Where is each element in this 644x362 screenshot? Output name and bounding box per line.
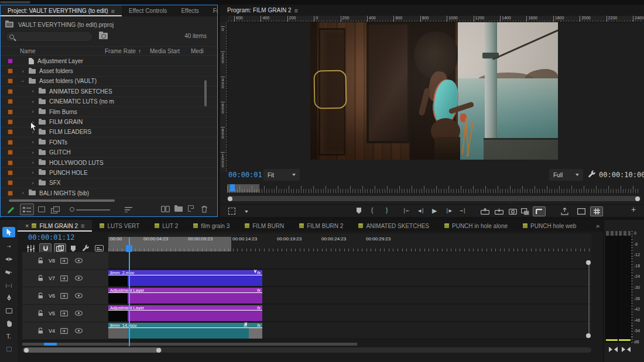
new-item-icon[interactable] [188,205,194,212]
scrollbar-knob[interactable] [586,333,591,338]
tree-chevron-icon[interactable]: › [30,170,35,175]
label-color-swatch[interactable] [8,99,13,104]
chevron-down-icon[interactable] [245,211,248,213]
track-output-eye-icon[interactable] [75,311,83,316]
tree-chevron-icon[interactable]: › [30,139,35,145]
timeline-ruler[interactable]: :00:0000:00:04:2300:00:09:2300:00:14:230… [108,234,591,251]
track-header-v6[interactable]: V6 [22,287,108,304]
fx-badge[interactable]: fx [257,323,261,328]
project-row-hollywood-luts[interactable]: ›HOLLYWOOD LUTS [1,158,217,168]
sequence-tab-punch-in-hole-alone[interactable]: PUNCH in hole alone [437,220,515,232]
track-name[interactable]: V8 [49,258,60,264]
sync-lock-icon[interactable] [60,311,68,316]
sequence-tab-lut-2[interactable]: LUT 2 [147,220,186,232]
col-frame-rate[interactable]: Frame Rate [105,48,136,54]
tree-chevron-icon[interactable]: › [20,68,25,74]
label-color-swatch[interactable] [8,68,13,74]
track-name[interactable]: V4 [49,328,60,334]
tab-frameio[interactable]: Frame.io: Cor [206,5,218,16]
project-row-cinematic-luts-no-m[interactable]: ›CINEMATIC LUTS (no m [1,97,217,107]
track-lock-icon[interactable] [37,327,43,334]
freeform-view-button[interactable] [51,206,59,212]
track-lock-icon[interactable] [37,275,43,281]
project-row-sfx[interactable]: ›SFX [1,178,217,188]
track-content-v8[interactable] [108,252,591,269]
scrollbar-knob[interactable] [156,348,161,353]
trash-icon[interactable] [201,205,208,213]
sync-lock-icon[interactable] [60,328,68,334]
tree-chevron-icon[interactable]: › [30,160,35,166]
tree-chevron-icon[interactable]: › [30,99,35,105]
scrollbar-knob[interactable] [635,196,640,201]
col-media-end[interactable]: Medi [191,48,204,54]
insert-overwrite-icon[interactable] [521,208,529,215]
sequence-tab-animated-sketches[interactable]: ANIMATED SKETCHES [351,220,437,232]
search-bin-icon[interactable] [99,33,108,39]
track-name[interactable]: V7 [49,275,60,281]
rectangle-tool-button[interactable] [2,305,15,316]
go-to-out-icon[interactable]: →| [460,206,466,215]
ripple-edit-tool-button[interactable]: ◀|▶ [2,254,15,264]
label-color-swatch[interactable] [8,140,13,145]
step-forward-icon[interactable]: |▶ [446,206,452,215]
tree-chevron-icon[interactable]: › [30,150,35,156]
track-header-v7[interactable]: V7 [22,270,108,287]
mark-in-icon[interactable]: { [371,206,373,215]
sort-options-icon[interactable] [125,207,132,212]
project-row-animated-sketches[interactable]: ›ANIMATED SKETCHES [1,87,217,96]
comparison-view-button[interactable] [533,206,546,216]
timeline-vertical-scrollbar[interactable] [586,260,591,338]
step-back-icon[interactable]: ◀| [418,206,424,215]
sync-lock-icon[interactable] [60,293,68,299]
icon-view-button[interactable] [38,206,45,212]
sync-lock-icon[interactable] [60,258,68,264]
track-name[interactable]: V5 [49,311,60,316]
project-horizontal-scrollbar[interactable] [9,199,115,202]
track-lock-icon[interactable] [37,310,43,316]
hand-tool-button[interactable] [2,318,15,329]
sequence-tab-film-grain-2[interactable]: ×FILM GRAIN 2≡ [18,220,92,232]
label-color-swatch[interactable] [8,160,13,166]
go-to-in-icon[interactable]: |← [403,206,409,215]
fx-badge[interactable]: fx [257,270,261,275]
program-video-preview[interactable] [310,22,558,160]
mark-out-icon[interactable]: } [386,206,388,215]
track-content-v6[interactable]: Adjustment Layerfx [108,287,591,304]
add-marker-icon[interactable] [356,207,362,214]
settings-wrench-icon[interactable] [588,170,596,178]
export-icon[interactable] [561,208,568,215]
overlay-selection-icon[interactable] [228,208,235,215]
project-row-asset-folders-vault[interactable]: ›Asset folders (VAULT) [1,77,217,87]
sequence-tab-film-burn[interactable]: FILM BURN [237,220,292,232]
extra-tool-button[interactable] [2,344,15,354]
play-button-icon[interactable]: ▶ [432,206,437,215]
close-icon[interactable]: × [25,222,29,229]
sequence-tab-film-burn-2[interactable]: FILM BURN 2 [292,220,351,232]
sync-lock-icon[interactable] [60,275,68,281]
clip-adjustment-layer[interactable]: Adjustment Layerfx [108,305,262,322]
automate-to-sequence-icon[interactable] [161,206,170,212]
track-output-eye-icon[interactable] [75,258,83,263]
label-color-swatch[interactable] [8,170,13,175]
project-row-punch-hole[interactable]: ›PUNCH HOLE [1,168,217,178]
solo-left-icon[interactable] [609,347,618,352]
extract-icon[interactable] [495,208,503,215]
tree-chevron-icon[interactable]: › [30,88,35,94]
solo-right-icon[interactable] [622,347,631,352]
label-color-swatch[interactable] [8,89,13,94]
clip-adjustment-layer[interactable]: Adjustment Layerfx [108,288,262,304]
track-header-v8[interactable]: V8 [22,252,108,269]
label-color-swatch[interactable] [8,119,13,125]
sequence-tab-overflow-icon[interactable]: » [592,222,603,229]
track-output-eye-icon[interactable] [75,293,83,298]
label-color-swatch[interactable] [8,109,13,115]
zoom-slider-handle[interactable] [70,207,74,212]
sequence-tab-luts-vert[interactable]: LUTS VERT [92,220,147,232]
project-row-bali-nights-bib[interactable]: ›BALI NIGHTS (bib) [1,188,217,198]
slip-tool-button[interactable]: |↔| [2,280,15,290]
label-color-swatch[interactable] [8,150,13,155]
timeline-horizontal-scrollbar[interactable] [22,347,591,353]
tab-effects[interactable]: Effects [174,5,205,16]
track-content-v5[interactable]: Adjustment Layerfx [108,305,591,322]
tab-effect-controls[interactable]: Effect Controls [122,5,174,16]
